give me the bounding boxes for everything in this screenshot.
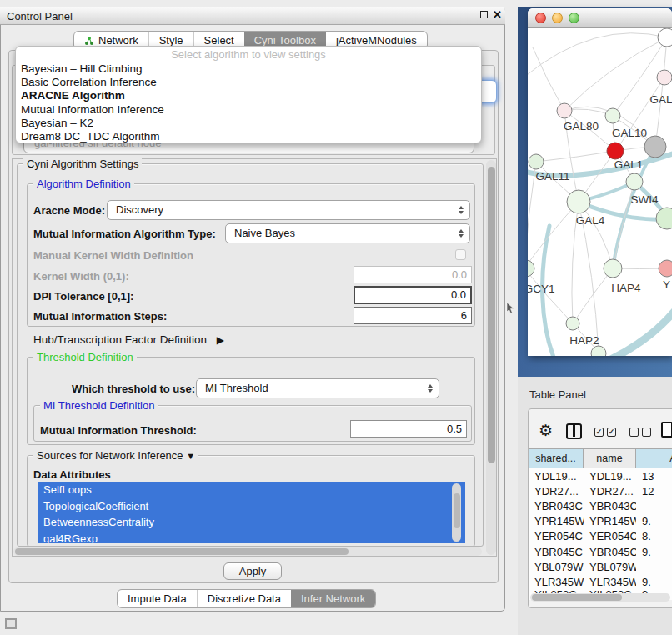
node-gray-hub[interactable] bbox=[644, 136, 666, 158]
node-swi4[interactable] bbox=[626, 173, 643, 190]
close-traffic-light-icon[interactable] bbox=[535, 12, 546, 23]
node-unnamed-top[interactable] bbox=[658, 28, 672, 47]
cell: YER054C bbox=[529, 530, 584, 542]
kernel-width-field[interactable]: 0.0 bbox=[354, 266, 472, 283]
node-hap4[interactable] bbox=[604, 259, 622, 278]
data-attributes-list[interactable]: SelfLoops TopologicalCoefficient Between… bbox=[38, 482, 465, 543]
node-bottom[interactable] bbox=[591, 346, 606, 356]
cell: YDL19... bbox=[584, 470, 636, 482]
group-title: Cyni Algorithm Settings bbox=[23, 158, 142, 170]
scrollbar-thumb[interactable] bbox=[488, 167, 495, 463]
list-item[interactable]: gal4RGexp bbox=[38, 531, 465, 544]
chevron-right-icon: ▶ bbox=[217, 334, 224, 346]
cell: YBR045C bbox=[584, 546, 636, 558]
mi-steps-field[interactable]: 6 bbox=[354, 307, 472, 324]
tab-label: Infer Network bbox=[301, 590, 365, 608]
table-horizontal-scrollbar[interactable] bbox=[530, 593, 670, 602]
popup-item-dream8[interactable]: Dream8 DC_TDC Algorithm bbox=[16, 130, 481, 143]
columns-icon[interactable] bbox=[566, 423, 582, 439]
column-header-partial[interactable]: A bbox=[636, 448, 672, 468]
table-body: YDL19...YDL19...13 YDR27...YDR27...12 YB… bbox=[529, 468, 672, 600]
minimize-traffic-light-icon[interactable] bbox=[552, 12, 563, 23]
table-row[interactable]: YBL079WYBL079W bbox=[529, 559, 672, 574]
cyni-bottom-tabs: Impute Data Discretize Data Infer Networ… bbox=[117, 589, 376, 608]
node-y-partial[interactable] bbox=[659, 260, 672, 277]
tab-discretize-data[interactable]: Discretize Data bbox=[197, 590, 291, 608]
node-label-hap2: HAP2 bbox=[569, 334, 599, 347]
node-hap2[interactable] bbox=[566, 317, 579, 330]
node-gal4[interactable] bbox=[567, 190, 590, 213]
scrollbar-thumb[interactable] bbox=[15, 548, 349, 555]
column-header-shared-name[interactable]: shared... bbox=[529, 448, 584, 468]
manual-kernel-checkbox[interactable] bbox=[455, 249, 466, 260]
chevron-down-icon[interactable]: ▼ bbox=[186, 451, 195, 461]
hub-definition-toggle[interactable]: Hub/Transcription Factor Definition ▶ bbox=[33, 333, 224, 346]
group-title: MI Threshold Definition bbox=[40, 399, 158, 412]
stepper-icon bbox=[428, 384, 433, 392]
cell: YBL079W bbox=[529, 561, 584, 573]
cell: 12 bbox=[636, 485, 672, 498]
table-row[interactable]: YDR27...YDR27...12 bbox=[529, 483, 672, 498]
table-panel-title: Table Panel bbox=[529, 388, 586, 401]
stepper-icon bbox=[459, 206, 464, 214]
table-row[interactable]: YBR045CYBR045C9. bbox=[529, 544, 672, 559]
node-label-gal-partial: GAL bbox=[649, 93, 672, 106]
sources-title: Sources for Network Inference bbox=[37, 449, 183, 462]
table-row[interactable]: YPR145WYPR145W9. bbox=[529, 514, 672, 529]
aracne-mode-combo[interactable]: Discovery bbox=[107, 200, 470, 220]
mi-threshold-field[interactable]: 0.5 bbox=[350, 420, 467, 438]
tab-impute-data[interactable]: Impute Data bbox=[118, 590, 197, 608]
float-window-icon[interactable] bbox=[480, 11, 488, 18]
network-view-window[interactable]: GAL80 GAL10 GAL1 GAL11 GAL4 SWI4 GCY1 HA… bbox=[528, 8, 672, 356]
node-gal1[interactable] bbox=[607, 142, 624, 159]
network-tab-icon bbox=[84, 36, 94, 46]
zoom-traffic-light-icon[interactable] bbox=[569, 12, 579, 23]
node-gal11[interactable] bbox=[529, 154, 544, 169]
list-item[interactable]: BetweennessCentrality bbox=[38, 514, 465, 531]
gear-icon[interactable]: ⚙ bbox=[539, 421, 553, 440]
node-gal10[interactable] bbox=[605, 108, 620, 123]
deselect-all-columns-icon[interactable] bbox=[629, 428, 651, 437]
document-icon[interactable] bbox=[661, 422, 672, 438]
table-row[interactable]: YDL19...YDL19...13 bbox=[529, 468, 672, 483]
control-panel-titlebar[interactable] bbox=[0, 7, 505, 25]
mi-type-combo[interactable]: Naive Bayes bbox=[225, 223, 470, 243]
panel-toggle-icon[interactable] bbox=[5, 618, 17, 629]
node-gal-partial[interactable] bbox=[657, 70, 672, 85]
list-item[interactable]: TopologicalCoefficient bbox=[38, 498, 465, 515]
table-row[interactable]: YLR345WYLR345W9. bbox=[529, 574, 672, 589]
dpi-tolerance-field[interactable]: 0.0 bbox=[354, 286, 472, 304]
list-vertical-scrollbar[interactable] bbox=[452, 483, 461, 542]
node-gal80[interactable] bbox=[557, 103, 572, 118]
node-label-gal80: GAL80 bbox=[564, 120, 599, 132]
node-right-green[interactable] bbox=[656, 208, 672, 229]
tab-infer-network[interactable]: Infer Network bbox=[291, 590, 375, 608]
scrollbar-thumb[interactable] bbox=[532, 594, 622, 601]
popup-item-basic-correlation[interactable]: Basic Correlation Inference bbox=[16, 76, 481, 89]
node-label-hap4: HAP4 bbox=[611, 282, 641, 294]
popup-item-bayesian-k2[interactable]: Bayesian – K2 bbox=[16, 117, 481, 130]
which-threshold-combo[interactable]: MI Threshold bbox=[196, 378, 439, 398]
network-window-titlebar[interactable] bbox=[528, 8, 672, 28]
settings-horizontal-scrollbar[interactable] bbox=[13, 548, 482, 556]
column-header-name[interactable]: name bbox=[584, 448, 636, 468]
algorithm-dropdown-popup: Select algorithm to view settings Bayesi… bbox=[15, 46, 482, 143]
screen: GAL80 GAL10 GAL1 GAL11 GAL4 SWI4 GCY1 HA… bbox=[0, 0, 672, 635]
select-all-columns-icon[interactable]: ✓ ✓ bbox=[594, 428, 616, 437]
table-row[interactable]: YBR043CYBR043C bbox=[529, 498, 672, 513]
dpi-tolerance-label: DPI Tolerance [0,1]: bbox=[33, 290, 133, 302]
popup-item-mutual-information[interactable]: Mutual Information Inference bbox=[16, 103, 481, 117]
which-threshold-label: Which threshold to use: bbox=[72, 382, 195, 395]
popup-item-bayesian-hill-climbing[interactable]: Bayesian – Hill Climbing bbox=[16, 62, 481, 76]
network-canvas[interactable]: GAL80 GAL10 GAL1 GAL11 GAL4 SWI4 GCY1 HA… bbox=[528, 28, 672, 356]
settings-vertical-scrollbar[interactable] bbox=[486, 160, 496, 555]
list-item[interactable]: SelfLoops bbox=[38, 482, 465, 498]
popup-item-aracne[interactable]: ARACNE Algorithm bbox=[16, 89, 481, 102]
group-title: Algorithm Definition bbox=[33, 178, 134, 190]
scrollbar-thumb[interactable] bbox=[454, 493, 460, 528]
cell: 9. bbox=[636, 546, 672, 558]
close-icon[interactable]: ✕ bbox=[493, 8, 502, 21]
node-gcy1[interactable] bbox=[528, 260, 534, 277]
apply-button[interactable]: Apply bbox=[223, 562, 282, 580]
table-row[interactable]: YER054CYER054C8. bbox=[529, 529, 672, 544]
